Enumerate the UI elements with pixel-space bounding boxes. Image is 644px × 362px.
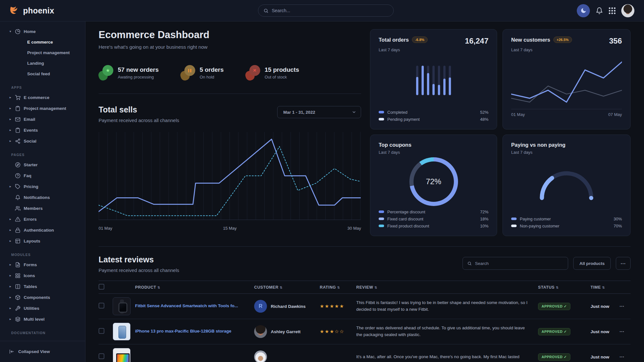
column-header-product[interactable]: PRODUCT⇅ — [135, 281, 254, 294]
collapse-sidebar-button[interactable]: Collapsed View — [0, 341, 85, 362]
product-thumbnail-macbook[interactable] — [113, 348, 131, 362]
search-input[interactable] — [272, 8, 388, 13]
sidebar: ▾HomeE commerceProject managementLanding… — [0, 21, 85, 362]
sidebar-item-pricing[interactable]: ▸Pricing — [0, 181, 85, 192]
total-sells-header: Total sells Payment received across all … — [99, 105, 361, 123]
stat-cross-icon: × — [246, 65, 260, 80]
user-avatar[interactable] — [621, 4, 634, 17]
sidebar-item-email[interactable]: ▸Email — [0, 114, 85, 125]
page-subtitle: Here's what's going on at your business … — [99, 44, 361, 50]
sidebar-item-label: Email — [24, 117, 35, 122]
kpi-chart-new_customers: 01 May07 May — [511, 52, 622, 123]
all-products-button[interactable]: All products — [573, 257, 611, 270]
warning-icon — [15, 217, 20, 222]
kpi-card-paying_gauge: Paying vs non payingLast 7 daysPaying cu… — [503, 135, 631, 236]
select-all-checkbox[interactable] — [99, 284, 104, 290]
phoenix-logo-icon — [10, 5, 20, 16]
sidebar-item-label: Forms — [24, 262, 37, 267]
sidebar-item-label: Pricing — [24, 184, 38, 189]
column-header-review[interactable]: REVIEW⇅ — [356, 281, 538, 294]
kpi-card-title: New customers — [511, 37, 550, 43]
caret-right-icon: ▸ — [10, 218, 15, 221]
sidebar-item-social-feed[interactable]: Social feed — [0, 69, 85, 79]
row-checkbox[interactable] — [99, 353, 104, 359]
sidebar-item-events[interactable]: ▸Events — [0, 125, 85, 136]
legend-swatch — [379, 225, 384, 227]
caret-right-icon: ▸ — [10, 285, 15, 288]
kpi-card-title: Total orders — [379, 37, 409, 43]
sidebar-item-project-management[interactable]: Project management — [0, 47, 85, 58]
customer-name: Ashley Garrett — [271, 329, 301, 334]
sidebar-item-landing[interactable]: Landing — [0, 58, 85, 69]
sidebar-item-social[interactable]: ▸Social — [0, 136, 85, 146]
sort-icon: ⇅ — [556, 286, 559, 289]
reviews-header: Latest reviews Payment received across a… — [99, 255, 631, 273]
kpi-badge: +26.5% — [553, 37, 572, 43]
kpi-card-title: Top coupons — [379, 142, 411, 148]
theme-toggle-button[interactable] — [577, 4, 590, 17]
notifications-button[interactable] — [596, 7, 603, 14]
app: phoenix ▾HomeE commerceProject managemen… — [0, 0, 644, 362]
product-thumbnail-iphone[interactable] — [113, 323, 131, 341]
column-header-status[interactable]: STATUS⇅ — [538, 281, 591, 294]
total-sells-chart-svg — [99, 129, 361, 223]
product-link[interactable]: Fitbit Sense Advanced Smartwatch with To… — [135, 303, 238, 308]
sidebar-item-e-commerce[interactable]: ▸E commerce — [0, 92, 85, 103]
x-axis-tick: 15 May — [223, 226, 237, 231]
caret-right-icon: ▸ — [10, 185, 15, 188]
row-checkbox[interactable] — [99, 303, 104, 309]
reviews-search[interactable] — [463, 257, 568, 270]
product-thumbnail-fitbit[interactable] — [113, 297, 131, 315]
sidebar-item-e-commerce[interactable]: E commerce — [0, 37, 85, 47]
sidebar-item-utilities[interactable]: ▸Utilities — [0, 303, 85, 314]
sidebar-item-layouts[interactable]: ▸Layouts — [0, 235, 85, 246]
brand-logo[interactable]: phoenix — [10, 5, 54, 16]
stat-count: 5 orders — [200, 66, 224, 73]
date-range-select[interactable]: Mar 1 - 31, 2022 — [277, 106, 361, 118]
legend-swatch — [379, 118, 384, 120]
review-row: iPhone 13 pro max-Pacific Blue-128GB sto… — [99, 319, 631, 344]
users-icon — [15, 206, 20, 211]
apps-menu-button[interactable] — [609, 7, 616, 14]
sidebar-item-label: Notifications — [24, 195, 50, 200]
sidebar-item-starter[interactable]: Starter — [0, 159, 85, 170]
legend-swatch — [379, 111, 384, 113]
column-header-customer[interactable]: CUSTOMER⇅ — [254, 281, 320, 294]
kpi-card-new_customers: New customers+26.5%356Last 7 days01 May0… — [503, 29, 631, 129]
sidebar-item-faq[interactable]: Faq — [0, 170, 85, 181]
sidebar-item-errors[interactable]: ▸Errors — [0, 214, 85, 225]
row-checkbox[interactable] — [99, 328, 104, 334]
sidebar-item-home[interactable]: ▾Home — [0, 26, 85, 37]
sidebar-nav: ▾HomeE commerceProject managementLanding… — [0, 21, 85, 341]
sidebar-item-tables[interactable]: ▸Tables — [0, 281, 85, 292]
total-sells-chart: 01 May15 May30 May — [99, 129, 361, 231]
row-menu-button[interactable]: ⋯ — [619, 303, 624, 309]
coupons-donut-chart: 72% — [409, 157, 458, 206]
caret-right-icon: ▸ — [10, 118, 15, 121]
reviews-more-button[interactable]: ⋯ — [616, 257, 631, 270]
product-link[interactable]: iPhone 13 pro max-Pacific Blue-128GB sto… — [135, 329, 231, 333]
row-menu-button[interactable]: ⋯ — [619, 329, 624, 334]
sidebar-item-project-management[interactable]: ▸Project management — [0, 103, 85, 114]
review-text: The order was delivered ahead of schedul… — [356, 325, 538, 338]
main-content: Ecommerce Dashboard Here's what's going … — [85, 21, 644, 362]
sidebar-item-authentication[interactable]: ▸Authentication — [0, 225, 85, 235]
sidebar-item-multi-level[interactable]: ▸Multi level — [0, 314, 85, 325]
global-search[interactable] — [258, 4, 394, 17]
sidebar-item-components[interactable]: ▸Components — [0, 292, 85, 303]
sidebar-item-icons[interactable]: ▸Icons — [0, 270, 85, 281]
sidebar-item-forms[interactable]: ▸Forms — [0, 259, 85, 270]
caret-right-icon: ▸ — [10, 274, 15, 277]
column-header-time[interactable]: TIME⇅ — [591, 281, 619, 294]
legend-value: 30% — [614, 217, 622, 221]
stat-sublabel: On hold — [200, 75, 224, 79]
reviews-search-input[interactable] — [475, 261, 563, 266]
sidebar-item-members[interactable]: Members — [0, 203, 85, 214]
sidebar-item-notifications[interactable]: Notifications — [0, 192, 85, 203]
row-menu-button[interactable]: ⋯ — [619, 354, 624, 359]
reviews-subtitle: Payment received across all channels — [99, 267, 179, 273]
sort-icon: ⇅ — [157, 286, 160, 289]
total-sells-title: Total sells — [99, 105, 179, 114]
column-header-rating[interactable]: RATING⇅ — [320, 281, 356, 294]
kpi-card-top_coupons: Top couponsLast 7 days72%Percentage disc… — [370, 135, 497, 236]
